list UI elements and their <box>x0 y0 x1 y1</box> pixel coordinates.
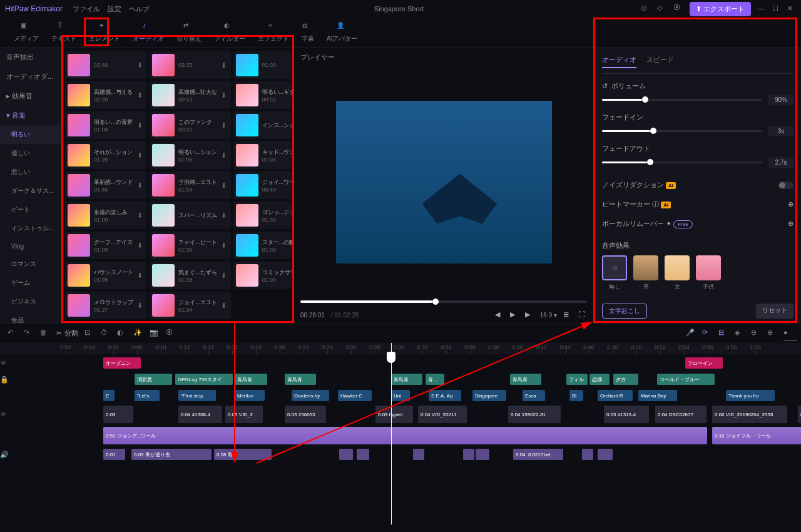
timeline-clip[interactable]: Orchard R <box>598 390 633 401</box>
mask-icon[interactable]: ◐ <box>117 329 127 339</box>
category-item[interactable]: ▾ 音楽 <box>0 106 61 125</box>
download-icon[interactable]: ⬇ <box>137 302 145 309</box>
timeline-clip[interactable]: "First stop <box>178 390 216 401</box>
tool-tab-5[interactable]: ◐フィルター <box>208 19 252 46</box>
timeline-clip[interactable]: フローイン <box>685 357 723 369</box>
timeline-clip[interactable]: 0:04 159022-81 <box>508 406 561 423</box>
timeline-clip[interactable]: 0:04 DSC02677 <box>655 406 707 423</box>
voice-option[interactable]: 子供 <box>696 255 721 291</box>
timeline-clip[interactable]: 0:04 VID_20211 <box>418 406 467 423</box>
category-item[interactable]: Vlog <box>0 238 61 255</box>
media-item[interactable]: チャイ...ビート01:36⬇ <box>150 232 231 259</box>
download-icon[interactable]: ⬇ <box>137 212 145 219</box>
zoom-in-icon[interactable]: ⊕ <box>767 329 777 339</box>
timeline-clip[interactable] <box>476 449 489 460</box>
timeline-clip[interactable]: 夕方 <box>613 374 638 385</box>
track-lock-icon[interactable]: 🔒 <box>0 376 9 384</box>
split-button[interactable]: ✂ 分割 <box>56 329 78 338</box>
category-item[interactable]: ダーク＆サス... <box>0 182 61 200</box>
filter-track[interactable]: 🔒消新意GPGLog 709スタイ青鳥青青鳥青青鳥青青...青鳥青フィル恋畑夕方… <box>38 372 801 387</box>
track-mute-icon[interactable]: 🔊 <box>0 451 9 459</box>
download-icon[interactable]: ⬇ <box>137 242 145 249</box>
download-icon[interactable]: ⬇ <box>221 242 228 249</box>
download-icon[interactable]: ⬇ <box>221 151 228 159</box>
tool-tab-0[interactable]: ▣メディア <box>8 19 45 46</box>
download-icon[interactable]: ⬇ <box>137 182 145 189</box>
timeline-clip[interactable]: コールド・ブルー <box>657 374 715 385</box>
export-button[interactable]: ⬆ エクスポート <box>690 2 751 16</box>
menu-settings[interactable]: 設定 <box>108 4 121 14</box>
tab-audio[interactable]: オーディオ <box>602 53 636 68</box>
video-track[interactable]: 👁0:030:04 41308-40:03 VID_20:03 2360530:… <box>38 404 801 424</box>
timeline-clip[interactable] <box>463 449 474 460</box>
tool-tab-6[interactable]: ✧エフェクト <box>252 19 295 46</box>
timeline-clip[interactable]: 0:03 <box>103 406 133 423</box>
category-item[interactable]: 明るい <box>0 125 61 144</box>
media-item[interactable]: ジョイ...ワール00:40⬇ <box>233 171 293 199</box>
timeline-clip[interactable]: E <box>103 390 115 401</box>
category-item[interactable]: 音声抽出 <box>0 48 61 67</box>
fadein-slider[interactable] <box>602 130 762 132</box>
timeline-clip[interactable]: 0:0217bel <box>526 449 563 460</box>
timeline-clip[interactable]: 恋畑 <box>589 374 610 385</box>
download-icon[interactable]: ⬇ <box>137 91 145 99</box>
download-icon[interactable]: ⬇ <box>221 212 228 219</box>
marker-icon[interactable]: ◈ <box>735 329 745 339</box>
timeline-clip[interactable]: 0:04 41308-4 <box>178 406 222 423</box>
media-item[interactable]: 01:00⬇ <box>233 51 293 79</box>
timeline-clip[interactable]: 青鳥青 <box>235 374 267 385</box>
play-button[interactable]: ▶ <box>510 310 519 319</box>
media-item[interactable]: 革新的...ウンド01:46⬇ <box>65 171 147 199</box>
timeline-clip[interactable]: 0:08 雨 <box>214 449 272 460</box>
download-icon[interactable]: ⬇ <box>221 182 228 189</box>
media-item[interactable]: 高揚感...壮大な00:53⬇ <box>150 81 231 109</box>
timeline-clip[interactable]: Hawker C <box>338 390 372 401</box>
tab-speed[interactable]: スピード <box>646 53 674 68</box>
track-visibility-icon[interactable]: 👁 <box>0 359 7 367</box>
timeline-clip[interactable]: 0:04 黒 <box>798 406 801 423</box>
timeline-clip[interactable]: 0:03 hyperl <box>375 406 413 423</box>
menu-file[interactable]: ファイル <box>73 4 100 14</box>
timeline-clip[interactable] <box>598 449 613 460</box>
voice-option[interactable]: 女 <box>665 255 690 291</box>
timeline-clip[interactable]: 0:06 VID_20190204_2358 <box>712 406 787 423</box>
media-item[interactable]: キッド...ウンド01:03⬇ <box>233 141 293 169</box>
next-frame-button[interactable]: ▶ <box>525 310 534 319</box>
timeline-clip[interactable]: GPGLog 709スタイ <box>175 374 233 385</box>
media-item[interactable]: 02:35⬇ <box>150 51 231 79</box>
timeline-clip[interactable]: Uni <box>391 390 410 401</box>
media-item[interactable]: グーフ...デイズ01:05⬇ <box>65 232 147 259</box>
download-icon[interactable]: ⬇ <box>221 302 228 309</box>
category-item[interactable]: オーディオダ... <box>0 67 61 86</box>
transcribe-button[interactable]: 文字起こし <box>602 304 647 319</box>
media-item[interactable]: スター...の動き01:00⬇ <box>233 232 293 259</box>
timeline-clip[interactable]: 青鳥青 <box>391 374 422 385</box>
timeline-clip[interactable] <box>582 449 593 460</box>
timeline-ruler[interactable]: 0:020:040:060:080:100:120:140:160:180:20… <box>0 343 801 354</box>
audio-sfx-track[interactable]: 🔊0:010:03 車が通り去0:08 雨0:04 風0:0217bel <box>38 447 801 462</box>
timeline-clip[interactable] <box>357 449 369 460</box>
tool-tab-3[interactable]: ♪オーディオ <box>126 19 170 46</box>
timeline-clip[interactable]: Esca <box>523 390 545 401</box>
download-icon[interactable]: ⬇ <box>137 151 145 159</box>
media-item[interactable]: ジョイ...エスト01:34⬇ <box>150 292 231 319</box>
timeline-clip[interactable] <box>413 449 424 460</box>
timeline-clip[interactable]: Singapore <box>472 390 506 401</box>
category-item[interactable]: 優しい <box>0 144 61 163</box>
volume-slider[interactable] <box>602 99 762 101</box>
media-item[interactable]: ゴシッ...ジック01:30⬇ <box>233 202 293 229</box>
timeline-clip[interactable]: "Let's <box>135 390 160 401</box>
noise-toggle[interactable] <box>778 182 793 189</box>
timeline-clip[interactable]: Gardens by <box>292 390 329 401</box>
media-item[interactable]: 気まぐ...たずら01:35⬇ <box>150 262 231 289</box>
timeline-clip[interactable]: 0:03 車が通り去 <box>131 449 212 460</box>
rec-icon[interactable]: ⦿ <box>166 329 176 339</box>
category-item[interactable]: ▸ 効果音 <box>0 86 61 106</box>
link-icon[interactable]: ⟳ <box>702 329 712 339</box>
volume-value[interactable]: 90% <box>768 95 793 105</box>
timeline-clip[interactable]: 0:03 41315-4 <box>604 406 649 423</box>
timeline-clip[interactable]: 0:01 <box>103 449 125 460</box>
timeline-clip[interactable]: 青... <box>426 374 444 385</box>
timeline-clip[interactable]: S.E.A. Aq <box>429 390 461 401</box>
media-item[interactable]: 02:46⬇ <box>65 51 147 79</box>
